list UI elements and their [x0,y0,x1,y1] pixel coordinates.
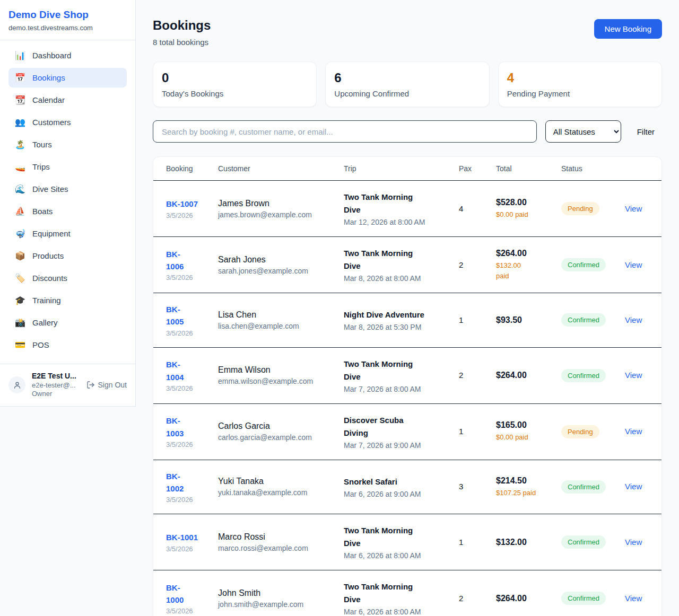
view-link[interactable]: View [625,427,642,436]
view-link[interactable]: View [625,371,642,380]
user-info: E2E Test U... e2e-tester@... Owner [32,372,80,399]
col-header-customer: Customer [213,157,338,181]
stat-label: Pending Payment [507,89,653,98]
booking-id-link[interactable]: BK- 1002 [166,470,184,495]
paid-amount: $0.00 paid [496,209,551,220]
sidebar-item-dashboard[interactable]: 📊 Dashboard [8,46,127,65]
calendar-date-icon: 📅 [15,74,25,82]
user-section: E2E Test U... e2e-tester@... Owner Sign … [0,364,135,406]
table-row: BK- 1003 3/5/2026 Carlos Garcia carlos.g… [153,403,662,460]
sidebar-item-training[interactable]: 🎓 Training [8,291,127,310]
total-amount: $93.50 [496,315,551,325]
customer-email: lisa.chen@example.com [218,322,333,330]
sidebar-item-calendar[interactable]: 📆 Calendar [8,90,127,110]
sidebar-item-label: Equipment [32,229,71,238]
trip-datetime: Mar 6, 2026 at 8:00 AM [344,608,448,616]
status-filter-select[interactable]: All Statuses [545,120,621,143]
booking-id-link[interactable]: BK- 1004 [166,358,184,383]
stat-card: 0 Today's Bookings [153,61,317,107]
booking-date: 3/5/2026 [166,496,207,504]
calendar-icon: 📆 [15,96,25,104]
pax-count: 3 [459,482,463,491]
sidebar-item-dive-sites[interactable]: 🌊 Dive Sites [8,179,127,199]
trip-name: Night Dive Adventure [344,309,448,321]
customer-email: emma.wilson@example.com [218,377,333,385]
trip-datetime: Mar 6, 2026 at 9:00 AM [344,490,448,498]
view-link[interactable]: View [625,594,642,603]
main-content: Bookings 8 total bookings New Booking 0 … [136,0,679,616]
sidebar-item-bookings[interactable]: 📅 Bookings [8,68,127,87]
view-link[interactable]: View [625,482,642,491]
package-icon: 📦 [15,252,25,260]
view-link[interactable]: View [625,538,642,547]
sidebar-item-label: Tours [32,140,52,149]
bookings-table: Booking Customer Trip Pax Total Status B… [153,157,662,616]
sidebar-item-gallery[interactable]: 📸 Gallery [8,313,127,332]
filter-button[interactable]: Filter [630,123,662,140]
sidebar-item-boats[interactable]: ⛵ Boats [8,201,127,221]
view-link[interactable]: View [625,260,642,269]
status-badge: Confirmed [561,258,606,271]
sidebar-item-customers[interactable]: 👥 Customers [8,112,127,132]
sidebar-item-equipment[interactable]: 🤿 Equipment [8,224,127,243]
table-row: BK- 1004 3/5/2026 Emma Wilson emma.wilso… [153,347,662,403]
trip-datetime: Mar 8, 2026 at 8:00 AM [344,274,448,283]
people-icon: 👥 [15,118,25,127]
sidebar-item-trips[interactable]: 🚤 Trips [8,157,127,177]
trip-name: Snorkel Safari [344,476,448,488]
sidebar-item-products[interactable]: 📦 Products [8,246,127,266]
stat-value: 6 [334,71,480,85]
island-icon: 🏝️ [15,140,25,149]
col-header-total: Total [491,157,556,181]
pax-count: 1 [459,538,463,547]
bookings-count: 8 total bookings [153,38,211,47]
table-row: BK- 1000 3/5/2026 John Smith john.smith@… [153,570,662,616]
sidebar-item-label: Discounts [32,274,67,283]
bar-chart-icon: 📊 [15,51,25,60]
booking-date: 3/5/2026 [166,607,207,615]
sidebar-item-label: Dive Sites [32,184,68,193]
booking-date: 3/5/2026 [166,212,207,219]
new-booking-button[interactable]: New Booking [594,19,662,39]
booking-date: 3/5/2026 [166,545,207,553]
bookings-table-card: Booking Customer Trip Pax Total Status B… [153,156,662,616]
booking-id-link[interactable]: BK-1001 [166,531,198,543]
user-email: e2e-tester@... [32,381,80,390]
table-row: BK- 1002 3/5/2026 Yuki Tanaka yuki.tanak… [153,460,662,514]
pax-count: 4 [459,204,463,213]
trip-datetime: Mar 12, 2026 at 8:00 AM [344,218,448,226]
sidebar-item-tours[interactable]: 🏝️ Tours [8,135,127,154]
status-badge: Confirmed [561,535,606,549]
total-amount: $214.50 [496,476,551,486]
status-badge: Confirmed [561,369,606,382]
stat-card: 4 Pending Payment [498,61,662,107]
table-row: BK-1001 3/5/2026 Marco Rossi marco.rossi… [153,514,662,570]
booking-id-link[interactable]: BK-1007 [166,198,198,210]
sidebar-item-label: Gallery [32,318,58,327]
sign-out-button[interactable]: Sign Out [86,381,127,389]
total-amount: $528.00 [496,198,551,207]
stat-label: Upcoming Confirmed [334,89,480,98]
pax-count: 2 [459,260,463,269]
view-link[interactable]: View [625,204,642,213]
user-role: Owner [32,390,80,398]
sidebar-item-label: Products [32,251,64,260]
col-header-status: Status [556,157,620,181]
search-input[interactable] [153,120,537,143]
booking-id-link[interactable]: BK- 1000 [166,582,184,606]
view-link[interactable]: View [625,315,642,324]
sidebar-item-discounts[interactable]: 🏷️ Discounts [8,268,127,288]
sidebar-item-label: Customers [32,118,71,127]
booking-id-link[interactable]: BK- 1003 [166,415,184,439]
sailboat-icon: ⛵ [15,207,25,216]
booking-date: 3/5/2026 [166,274,207,281]
pax-count: 1 [459,315,463,324]
tag-icon: 🏷️ [15,274,25,283]
sidebar-item-pos[interactable]: 💳 POS [8,335,127,355]
total-amount: $165.00 [496,420,551,430]
shop-domain: demo.test.divestreams.com [8,24,127,32]
shop-name: Demo Dive Shop [8,9,127,21]
booking-id-link[interactable]: BK- 1006 [166,248,184,273]
paid-amount: $0.00 paid [496,432,551,443]
booking-id-link[interactable]: BK- 1005 [166,303,184,328]
